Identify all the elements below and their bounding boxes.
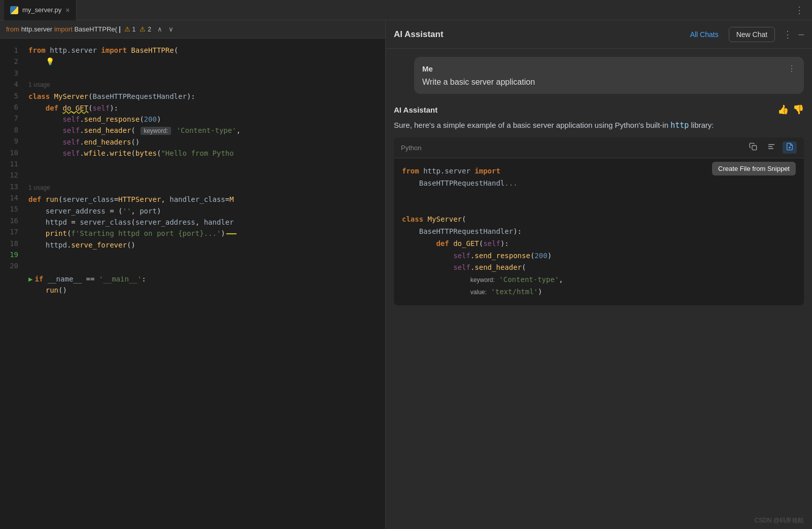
- line-num-11: 11: [0, 158, 24, 169]
- line-num-20: 20: [0, 260, 24, 271]
- code-line-8: self.end_headers(): [28, 136, 385, 148]
- code-line-2: 💡: [28, 56, 385, 67]
- snippet-actions: [746, 142, 797, 154]
- main-content: from http.server import BaseHTTPRe( ⚠ 1 …: [0, 20, 812, 529]
- line-num-9: 9: [0, 135, 24, 147]
- nav-down-button[interactable]: ∨: [168, 25, 174, 33]
- usage-indicator-2: 1 usage: [28, 184, 50, 191]
- line-numbers: 1 2 3 4 5 6 7 8 9 10 11 12 13 14 15 16 1…: [0, 39, 24, 529]
- ai-message: AI Assistant 👍 👎 Sure, here's a simple e…: [394, 104, 804, 305]
- snippet-line-blank-1: [402, 190, 796, 202]
- ai-reactions: 👍 👎: [777, 104, 804, 115]
- code-line-16: httpd.serve_forever(): [28, 239, 385, 251]
- code-line-17: [28, 251, 385, 262]
- svg-rect-0: [752, 146, 757, 150]
- tab-close-button[interactable]: ×: [65, 6, 70, 14]
- warning-icon-2: ⚠: [140, 25, 146, 33]
- code-line-5: def do_GET(self):: [28, 102, 385, 114]
- editor-panel: from http.server import BaseHTTPRe( ⚠ 1 …: [0, 20, 386, 529]
- tab-filename: my_server.py: [22, 6, 61, 14]
- line-num-2: 2: [0, 56, 24, 67]
- snippet-header: Python: [394, 137, 804, 158]
- line-num-8: 8: [0, 124, 24, 135]
- code-snippet-wrapper: Python: [394, 137, 804, 305]
- ai-chat-area: Me ⋮ Write a basic server application AI…: [386, 49, 812, 529]
- user-name: Me: [422, 64, 433, 73]
- line-num-16: 16: [0, 215, 24, 226]
- python-icon: [10, 6, 18, 14]
- create-file-from-snippet-button[interactable]: [783, 142, 797, 154]
- line-num-3: 3: [0, 67, 24, 79]
- ai-panel-minimize-button[interactable]: —: [798, 29, 804, 40]
- all-chats-button[interactable]: All Chats: [686, 28, 723, 41]
- thumbs-down-button[interactable]: 👎: [793, 104, 804, 115]
- snippet-line-4: BaseHTTPRequestHandler):: [402, 226, 796, 238]
- line-num-14: 14: [0, 192, 24, 203]
- code-line-20: run(): [28, 285, 385, 296]
- ai-assistant-panel: AI Assistant All Chats New Chat ⋮ — Me ⋮…: [386, 20, 812, 529]
- editor-header: from http.server import BaseHTTPRe( ⚠ 1 …: [0, 20, 385, 39]
- line-num-6: 6: [0, 101, 24, 113]
- tab-bar: my_server.py × ⋮: [0, 0, 812, 20]
- thumbs-up-button[interactable]: 👍: [777, 104, 789, 115]
- tab-kebab-menu[interactable]: ⋮: [791, 5, 808, 15]
- code-line-1: from http.server import BaseHTTPRe(: [28, 45, 385, 56]
- user-message-text: Write a basic server application: [422, 78, 796, 87]
- code-line-10: [28, 159, 385, 170]
- line-num-13: 13: [0, 181, 24, 192]
- warning-badge-2: ⚠ 2: [140, 25, 151, 33]
- code-line-6: self.send_response(200): [28, 114, 385, 125]
- snippet-line-2: BaseHTTPRequestHandl...: [402, 178, 796, 190]
- ai-panel-title: AI Assistant: [394, 29, 444, 40]
- code-line-9: self.wfile.write(bytes("Hello from Pytho: [28, 148, 385, 159]
- line-num-7: 7: [0, 113, 24, 124]
- ai-header: AI Assistant All Chats New Chat ⋮ —: [386, 20, 812, 49]
- snippet-language-label: Python: [401, 144, 421, 152]
- code-line-15: print(f'Starting httpd on port {port}...…: [28, 228, 385, 239]
- user-message: Me ⋮ Write a basic server application: [414, 57, 804, 94]
- code-line-18: [28, 262, 385, 273]
- user-message-header: Me ⋮: [422, 64, 796, 74]
- copy-button[interactable]: [746, 142, 760, 154]
- code-line-7: self.send_header( keyword: 'Content-type…: [28, 125, 385, 136]
- new-chat-button[interactable]: New Chat: [729, 27, 775, 42]
- code-line-11: [28, 170, 385, 182]
- line-num-5: 5: [0, 90, 24, 101]
- snippet-line-8: keyword: 'Content-type',: [402, 274, 796, 286]
- code-content: from http.server import BaseHTTPRe( 💡 1 …: [24, 39, 385, 529]
- warning-badge-1: ⚠ 1: [124, 25, 136, 33]
- user-message-options[interactable]: ⋮: [788, 64, 796, 74]
- snippet-line-blank-2: [402, 201, 796, 214]
- code-line-3: [28, 67, 385, 79]
- snippet-line-9: value: 'text/html'): [402, 286, 796, 298]
- snippet-line-7: self.send_header(: [402, 262, 796, 274]
- snippet-line-5: def do_GET(self):: [402, 238, 796, 250]
- format-button[interactable]: [764, 142, 779, 154]
- ai-panel-kebab-menu[interactable]: ⋮: [783, 29, 792, 40]
- usage-indicator-1: 1 usage: [28, 81, 50, 88]
- line-num-19: 19: [0, 249, 24, 260]
- line-num-18: 18: [0, 238, 24, 249]
- code-line-14: httpd = server_class(server_address, han…: [28, 217, 385, 228]
- snippet-code-content: from http.server import BaseHTTPRequestH…: [394, 158, 804, 305]
- editor-filename-preview: from http.server import BaseHTTPRe(: [6, 25, 120, 33]
- snippet-line-6: self.send_response(200): [402, 250, 796, 262]
- nav-up-button[interactable]: ∧: [157, 25, 162, 33]
- code-line-13: server_address = ('', port): [28, 205, 385, 217]
- snippet-line-1: from http.server import: [402, 165, 796, 178]
- watermark: CSDN @码界领航: [754, 516, 804, 525]
- snippet-line-3: class MyServer(: [402, 214, 796, 226]
- line-num-4: 4: [0, 79, 24, 90]
- code-line-19: ▶if __name__ == '__main__':: [28, 273, 385, 285]
- line-num-12: 12: [0, 169, 24, 181]
- line-num-10: 10: [0, 147, 24, 158]
- code-snippet-block: Python: [394, 137, 804, 305]
- code-area: 1 2 3 4 5 6 7 8 9 10 11 12 13 14 15 16 1…: [0, 39, 385, 529]
- warning-icon-1: ⚠: [124, 25, 130, 33]
- code-line-4: class MyServer(BaseHTTPRequestHandler):: [28, 91, 385, 102]
- ai-message-text: Sure, here's a simple example of a basic…: [394, 119, 804, 131]
- line-num-15: 15: [0, 203, 24, 215]
- code-line-12: def run(server_class=HTTPServer, handler…: [28, 194, 385, 205]
- ai-message-header: AI Assistant 👍 👎: [394, 104, 804, 115]
- file-tab[interactable]: my_server.py ×: [4, 0, 77, 20]
